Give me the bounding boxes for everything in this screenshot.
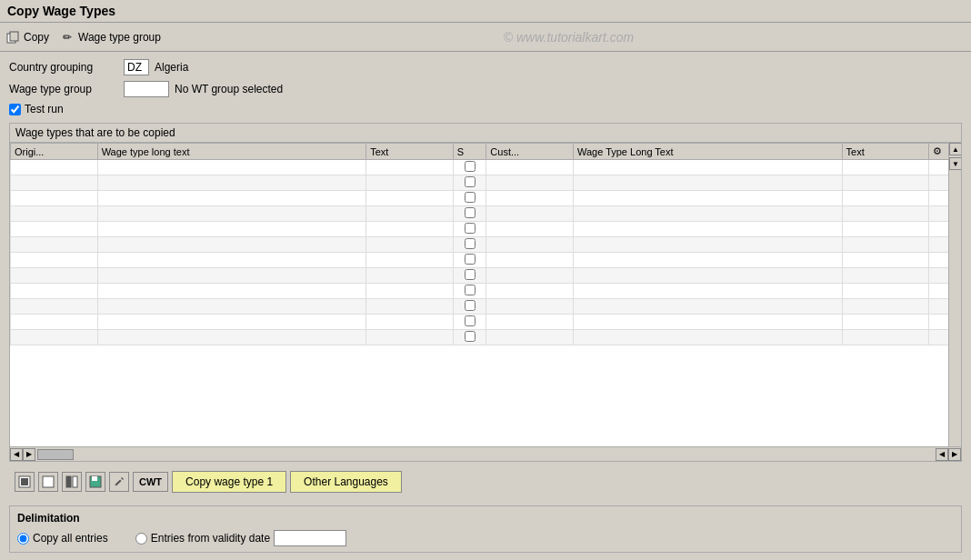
table-row [11,268,961,284]
svg-rect-8 [92,476,97,481]
h-scroll-right-btns: ◀ ▶ [936,448,961,461]
radio-row: Copy all entries Entries from validity d… [17,530,954,546]
delimitation-section: Delimitation Copy all entries Entries fr… [9,505,962,553]
country-grouping-label: Country grouping [9,61,118,74]
svg-rect-9 [92,482,99,486]
svg-rect-6 [73,476,77,487]
table-section: Wage types that are to be copied Origi..… [9,123,962,462]
table-title: Wage types that are to be copied [10,124,961,143]
horizontal-scrollbar[interactable]: ◀ ▶ ◀ ▶ [10,446,961,461]
svg-rect-10 [115,479,121,485]
table-row [11,206,961,222]
scroll-down-btn[interactable]: ▼ [949,157,961,170]
col-header-longtext: Wage type long text [97,144,366,160]
h-scroll-thumb [37,449,74,460]
scroll-left-btn[interactable]: ◀ [10,448,23,461]
other-languages-btn[interactable]: Other Languages [290,471,402,493]
pen-icon: ✏ [60,30,75,45]
h-scroll-far-right[interactable]: ▶ [948,448,961,461]
entries-from-label: Entries from validity date [151,532,270,545]
scroll-thumb [949,170,961,446]
validity-date-input[interactable] [274,530,346,546]
svg-rect-1 [10,32,18,41]
country-grouping-row: Country grouping Algeria [9,59,962,75]
row-select-checkbox[interactable] [465,176,475,187]
scroll-right-btn[interactable]: ▶ [23,448,35,461]
icon-btn-1[interactable] [15,472,35,492]
table-row [11,191,961,206]
icon-btn-2[interactable] [38,472,58,492]
row-select-checkbox[interactable] [465,331,475,342]
table-container: Origi... Wage type long text Text S Cust… [10,143,961,461]
table-row [11,299,961,315]
icon-btn-5[interactable] [109,472,129,492]
wage-type-group-label: Wage type group [78,31,161,44]
vertical-scrollbar[interactable]: ▲ ▼ [948,143,961,446]
test-run-checkbox[interactable] [9,104,21,115]
toolbar: Copy ✏ Wage type group © www.tutorialkar… [0,23,971,52]
svg-rect-3 [21,478,28,485]
watermark: © www.tutorialkart.com [172,30,966,45]
page-title: Copy Wage Types [7,4,115,18]
row-select-checkbox[interactable] [465,207,475,218]
wage-type-group-text: No WT group selected [175,83,283,95]
row-select-checkbox[interactable] [465,315,475,326]
row-select-checkbox[interactable] [465,161,475,172]
icon-btn-3[interactable] [62,472,82,492]
content-area: Country grouping Algeria Wage type group… [0,52,971,560]
test-run-label: Test run [25,103,64,115]
row-select-checkbox[interactable] [465,223,475,234]
row-select-checkbox[interactable] [465,192,475,203]
data-table: Origi... Wage type long text Text S Cust… [10,143,961,345]
wage-type-group-input[interactable] [124,81,169,97]
col-header-cust: Cust... [486,144,574,160]
copy-all-radio[interactable] [17,533,29,545]
test-run-row: Test run [9,103,962,115]
svg-marker-11 [121,477,124,480]
table-row [11,160,961,175]
table-row [11,253,961,268]
wage-type-group-row: Wage type group No WT group selected [9,81,962,97]
svg-rect-5 [66,476,71,487]
col-header-orig: Origi... [11,144,98,160]
row-select-checkbox[interactable] [465,285,475,295]
country-name: Algeria [155,61,188,74]
table-row [11,315,961,330]
table-row [11,222,961,237]
copy-wage-type-btn[interactable]: Copy wage type 1 [172,471,286,493]
h-scroll-far-left[interactable]: ◀ [936,448,948,461]
row-select-checkbox[interactable] [465,269,475,280]
row-select-checkbox[interactable] [465,238,475,249]
icon-btn-4[interactable] [85,472,105,492]
main-window: Copy Wage Types Copy ✏ Wage type group ©… [0,0,971,560]
col-header-s: S [453,144,486,160]
col-header-longtext2: Wage Type Long Text [573,144,842,160]
table-row [11,175,961,191]
row-select-checkbox[interactable] [465,254,475,265]
scroll-up-btn[interactable]: ▲ [949,143,961,155]
delimitation-title: Delimitation [17,512,954,525]
copy-label: Copy [24,31,49,44]
copy-all-radio-item: Copy all entries [17,532,108,545]
copy-all-label: Copy all entries [33,532,108,545]
title-bar: Copy Wage Types [0,0,971,23]
copy-toolbar-item[interactable]: Copy [5,30,49,45]
col-header-text: Text [366,144,454,160]
svg-rect-4 [43,476,54,487]
table-row [11,237,961,253]
wage-type-group-form-label: Wage type group [9,83,118,95]
table-row [11,330,961,345]
country-code-input[interactable] [124,59,149,75]
bottom-toolbar: CWT Copy wage type 1 Other Languages [9,465,962,498]
row-select-checkbox[interactable] [465,300,475,311]
table-row [11,284,961,299]
col-header-text2: Text [842,144,929,160]
entries-from-radio-item: Entries from validity date [135,530,346,546]
cwt-btn[interactable]: CWT [133,472,168,492]
entries-from-radio[interactable] [135,533,147,545]
copy-icon [5,30,20,45]
wage-type-group-toolbar-item[interactable]: ✏ Wage type group [60,30,161,45]
